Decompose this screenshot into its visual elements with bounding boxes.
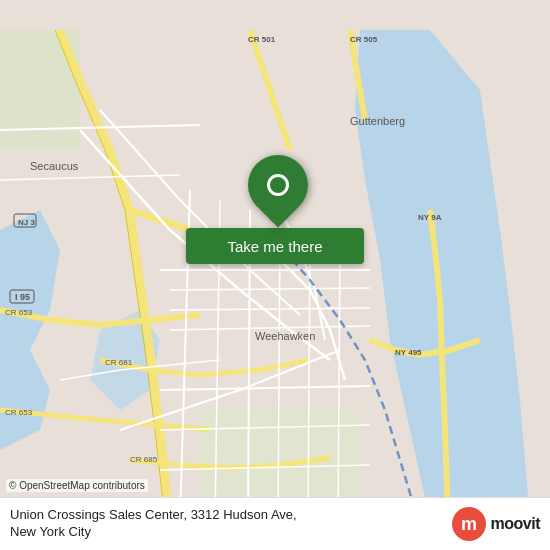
- map-background: I 95 NJ 3 CR 501 CR 505 NY 9A NY 495 CR …: [0, 0, 550, 550]
- svg-text:m: m: [461, 514, 477, 534]
- moovit-logo: m moovit: [451, 506, 540, 542]
- place-name: Union Crossings Sales Center, 3312 Hudso…: [10, 507, 297, 541]
- moovit-logo-icon: m: [451, 506, 487, 542]
- svg-text:CR 653: CR 653: [5, 308, 33, 317]
- svg-text:CR 653: CR 653: [5, 408, 33, 417]
- place-city-text: New York City: [10, 524, 91, 539]
- moovit-brand-text: moovit: [491, 515, 540, 533]
- svg-text:Weehawken: Weehawken: [255, 330, 315, 342]
- svg-text:CR 685: CR 685: [130, 455, 158, 464]
- svg-text:CR 681: CR 681: [105, 358, 133, 367]
- bottom-info-bar: Union Crossings Sales Center, 3312 Hudso…: [0, 497, 550, 550]
- place-name-text: Union Crossings Sales Center, 3312 Hudso…: [10, 507, 297, 522]
- marker-inner: [267, 174, 289, 196]
- svg-text:CR 505: CR 505: [350, 35, 378, 44]
- svg-text:NY 9A: NY 9A: [418, 213, 442, 222]
- svg-text:NJ 3: NJ 3: [18, 218, 35, 227]
- marker-circle: [267, 174, 289, 196]
- svg-text:NY 495: NY 495: [395, 348, 422, 357]
- svg-text:CR 501: CR 501: [248, 35, 276, 44]
- svg-text:I 95: I 95: [15, 292, 30, 302]
- take-me-there-button[interactable]: Take me there: [186, 228, 364, 264]
- svg-text:Secaucus: Secaucus: [30, 160, 79, 172]
- svg-text:Guttenberg: Guttenberg: [350, 115, 405, 127]
- map-container: I 95 NJ 3 CR 501 CR 505 NY 9A NY 495 CR …: [0, 0, 550, 550]
- place-info: Union Crossings Sales Center, 3312 Hudso…: [10, 507, 297, 541]
- map-marker: [248, 155, 308, 225]
- copyright-notice: © OpenStreetMap contributors: [6, 479, 148, 492]
- marker-background: [236, 143, 321, 228]
